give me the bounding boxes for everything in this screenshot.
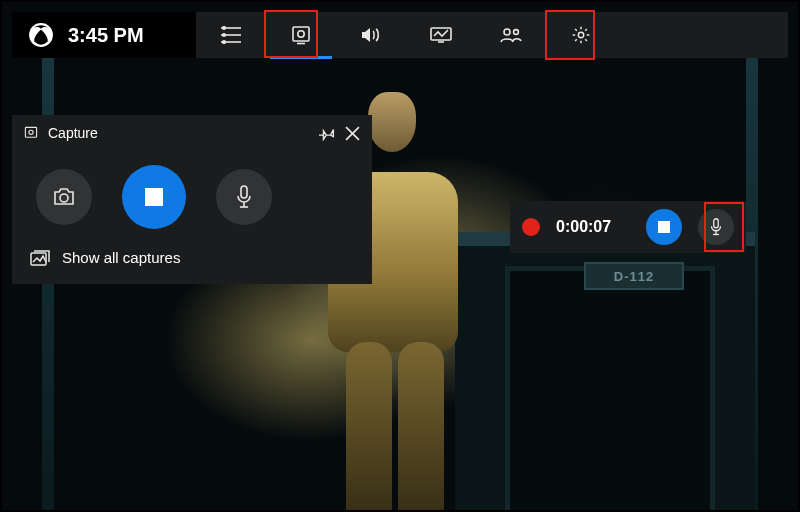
xbox-icon[interactable] bbox=[28, 22, 54, 48]
widgets-menu-button[interactable] bbox=[196, 12, 266, 58]
list-icon bbox=[221, 26, 241, 44]
show-all-captures-label: Show all captures bbox=[62, 249, 180, 266]
recording-timer: 0:00:07 bbox=[556, 218, 630, 236]
capture-icon bbox=[291, 25, 311, 45]
svg-point-12 bbox=[504, 29, 510, 35]
capture-icon bbox=[24, 126, 38, 140]
recording-status-bar: 0:00:07 bbox=[510, 201, 746, 253]
svg-point-16 bbox=[29, 130, 33, 134]
close-button[interactable] bbox=[345, 126, 360, 141]
recording-mic-button[interactable] bbox=[698, 209, 734, 245]
performance-toolbar-button[interactable] bbox=[406, 12, 476, 58]
microphone-icon bbox=[710, 218, 722, 236]
capture-widget-header: Capture bbox=[12, 115, 372, 151]
microphone-icon bbox=[236, 185, 252, 209]
stop-icon bbox=[658, 221, 670, 233]
people-icon bbox=[499, 27, 523, 43]
show-all-captures-link[interactable]: Show all captures bbox=[12, 235, 372, 284]
topbar-brand-area: 3:45 PM bbox=[12, 12, 196, 58]
svg-point-19 bbox=[60, 194, 68, 202]
record-stop-button[interactable] bbox=[122, 165, 186, 229]
capture-widget: Capture Show all captures bbox=[12, 115, 372, 284]
gamebar-topbar: 3:45 PM bbox=[12, 12, 788, 58]
recording-stop-button[interactable] bbox=[646, 209, 682, 245]
capture-button-row bbox=[12, 151, 372, 235]
settings-toolbar-button[interactable] bbox=[546, 12, 616, 58]
svg-point-14 bbox=[578, 32, 583, 37]
capture-toolbar-button[interactable] bbox=[266, 12, 336, 58]
performance-icon bbox=[430, 27, 452, 43]
svg-rect-7 bbox=[293, 27, 309, 41]
svg-rect-20 bbox=[241, 186, 247, 198]
topbar-icon-row bbox=[196, 12, 616, 58]
camera-icon bbox=[52, 187, 76, 207]
svg-point-4 bbox=[223, 27, 226, 30]
screenshot-button[interactable] bbox=[36, 169, 92, 225]
social-toolbar-button[interactable] bbox=[476, 12, 546, 58]
speaker-icon bbox=[360, 26, 382, 44]
svg-point-8 bbox=[298, 31, 304, 37]
svg-rect-24 bbox=[714, 219, 719, 228]
svg-point-13 bbox=[514, 30, 519, 35]
recording-indicator-icon bbox=[522, 218, 540, 236]
audio-toolbar-button[interactable] bbox=[336, 12, 406, 58]
scene-door-sign: D-112 bbox=[584, 262, 684, 290]
svg-rect-15 bbox=[25, 127, 36, 137]
gear-icon bbox=[571, 25, 591, 45]
gallery-icon bbox=[30, 250, 50, 266]
svg-point-5 bbox=[223, 34, 226, 37]
svg-point-6 bbox=[223, 41, 226, 44]
capture-widget-title: Capture bbox=[48, 125, 98, 141]
microphone-toggle-button[interactable] bbox=[216, 169, 272, 225]
topbar-clock: 3:45 PM bbox=[68, 24, 144, 47]
stop-icon bbox=[145, 188, 163, 206]
pin-button[interactable] bbox=[319, 125, 335, 141]
